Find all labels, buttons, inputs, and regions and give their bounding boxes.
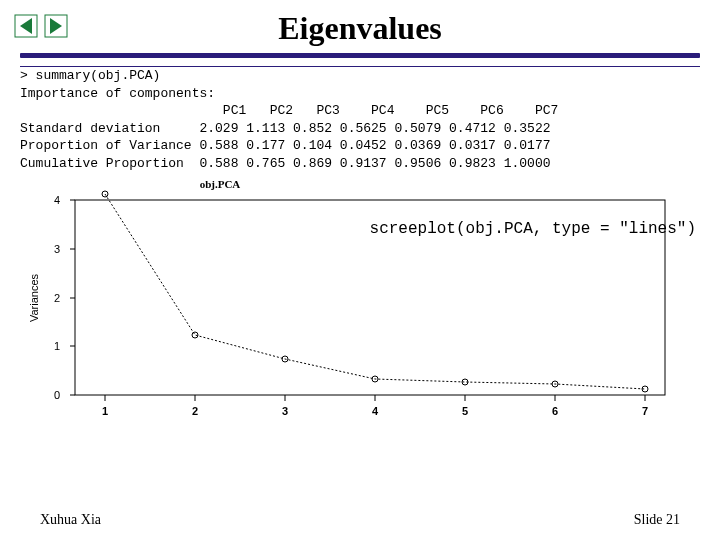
chart-title: obj.PCA	[60, 178, 380, 190]
console-line: Importance of components:	[20, 86, 215, 101]
code-overlay: screeplot(obj.PCA, type = "lines")	[370, 220, 696, 238]
x-tick-7: 7	[642, 405, 648, 417]
svg-marker-3	[50, 18, 62, 34]
y-tick-1: 1	[54, 340, 60, 352]
console-row: Proportion of Variance 0.588 0.177 0.104…	[20, 138, 551, 153]
console-header: PC1 PC2 PC3 PC4 PC5 PC6 PC7	[20, 103, 558, 118]
console-output: > summary(obj.PCA) Importance of compone…	[20, 67, 700, 172]
x-tick-1: 1	[102, 405, 108, 417]
next-slide-button[interactable]	[44, 14, 68, 38]
footer-author: Xuhua Xia	[40, 512, 101, 528]
prev-arrow-icon	[14, 14, 38, 38]
slide-title: Eigenvalues	[20, 10, 700, 47]
svg-marker-1	[20, 18, 32, 34]
scree-point-2	[192, 332, 198, 338]
title-divider	[20, 53, 700, 58]
y-tick-2: 2	[54, 292, 60, 304]
prev-slide-button[interactable]	[14, 14, 38, 38]
console-row: Standard deviation 2.029 1.113 0.852 0.5…	[20, 121, 551, 136]
console-line: > summary(obj.PCA)	[20, 68, 160, 83]
x-tick-4: 4	[372, 405, 379, 417]
y-tick-3: 3	[54, 243, 60, 255]
next-arrow-icon	[44, 14, 68, 38]
x-tick-6: 6	[552, 405, 558, 417]
footer-slide-number: Slide 21	[634, 512, 680, 528]
scree-plot: obj.PCA 0 1 2 3 4 Variances	[20, 178, 700, 444]
y-axis-label: Variances	[28, 274, 40, 323]
x-tick-5: 5	[462, 405, 468, 417]
x-tick-2: 2	[192, 405, 198, 417]
y-tick-0: 0	[54, 389, 60, 401]
x-tick-3: 3	[282, 405, 288, 417]
console-row: Cumulative Proportion 0.588 0.765 0.869 …	[20, 156, 551, 171]
y-tick-4: 4	[54, 194, 60, 206]
